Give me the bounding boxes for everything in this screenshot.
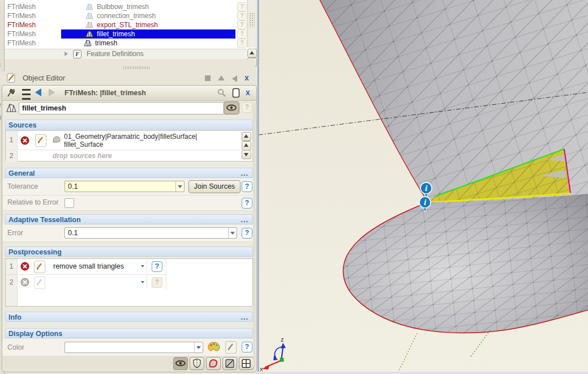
adaptive-tessellation-section-header[interactable]: Adaptive Tessellation ...: [5, 214, 253, 224]
object-editor-title: Object Editor: [23, 74, 65, 82]
help-button[interactable]: ?: [242, 181, 252, 192]
table-border: [166, 259, 166, 290]
help-button[interactable]: ?: [242, 198, 252, 209]
pushpin-icon[interactable]: [7, 88, 18, 98]
postprocessing-section-header[interactable]: Postprocessing: [5, 246, 253, 257]
help-button[interactable]: ?: [237, 11, 247, 20]
device-frame-icon[interactable]: [232, 88, 240, 98]
help-button[interactable]: ?: [242, 102, 252, 113]
color-label: Color: [7, 343, 24, 351]
edit-source-button[interactable]: [35, 134, 46, 147]
help-button[interactable]: ?: [237, 39, 247, 48]
row-index: 1: [6, 259, 17, 274]
help-button[interactable]: ?: [152, 277, 162, 288]
collapse-left-button[interactable]: [232, 75, 237, 82]
join-sources-button[interactable]: Join Sources: [188, 180, 241, 193]
close-button[interactable]: x: [244, 74, 251, 81]
tree-row-trimesh[interactable]: FTriMesh trimesh ?: [5, 39, 247, 48]
viewport-canvas[interactable]: i i x z: [257, 0, 588, 374]
edge-fragment: g: [0, 113, 1, 120]
source-row-2[interactable]: 2 drop sources here: [6, 150, 252, 162]
close-editor-button[interactable]: x: [246, 89, 250, 96]
3d-viewport[interactable]: i i x z: [257, 0, 588, 374]
search-icon[interactable]: [217, 88, 226, 97]
trimesh-icon: [85, 12, 93, 20]
tree-row-name: trimesh: [95, 39, 117, 48]
delete-icon-disabled[interactable]: [20, 278, 29, 287]
trimesh-icon: [84, 39, 92, 47]
trimesh-icon: [85, 21, 93, 29]
help-button[interactable]: ?: [237, 20, 247, 29]
section-more-button[interactable]: ...: [241, 215, 248, 225]
tree-row-fillet-selected[interactable]: FTriMesh fillet_trimesh ?: [5, 29, 247, 39]
panel-scrollbar[interactable]: [253, 103, 256, 368]
sources-section-header[interactable]: Sources: [5, 120, 253, 130]
error-input[interactable]: 0.1: [65, 227, 237, 239]
relative-to-error-checkbox[interactable]: [65, 198, 74, 208]
dropdown-arrow-icon[interactable]: [194, 342, 203, 352]
general-section-header[interactable]: General ...: [5, 168, 253, 178]
tree-row-feature-definitions[interactable]: F Feature Definitions: [5, 49, 247, 59]
viewport-left-border: [257, 0, 259, 374]
visibility-eye-button[interactable]: [224, 101, 239, 114]
help-button[interactable]: ?: [242, 342, 252, 352]
four-view-grid-button[interactable]: [239, 357, 254, 370]
z-axis-label: z: [281, 336, 284, 343]
tree-row-bulbbow[interactable]: FTriMesh Bulbbow_trimesh ?: [5, 2, 247, 11]
edit-step-button[interactable]: [34, 261, 45, 273]
expand-arrow-icon[interactable]: [65, 52, 68, 56]
move-up-button[interactable]: [242, 141, 251, 150]
tree-scrollbar[interactable]: [247, 0, 256, 48]
object-editor-panel: FTriMesh: |fillet_trimesh x ? Sources 1: [2, 85, 257, 372]
show-facets-diagonal-button[interactable]: [222, 357, 237, 370]
editor-toolbar: FTriMesh: |fillet_trimesh x: [2, 86, 256, 101]
display-toggle-bar: [3, 356, 256, 371]
panel-splitter[interactable]: [5, 59, 255, 71]
show-mesh-eye-button[interactable]: [173, 357, 188, 370]
name-input[interactable]: [19, 102, 225, 114]
y-axis-origin-dot: [280, 358, 284, 362]
palette-icon[interactable]: [208, 341, 220, 353]
eye-icon: [224, 102, 239, 114]
dropdown-arrow-icon[interactable]: [175, 181, 184, 192]
help-button[interactable]: ?: [152, 261, 162, 272]
tree-row-name: Feature Definitions: [87, 49, 144, 59]
tolerance-input[interactable]: 0.1: [65, 181, 184, 192]
forward-button[interactable]: [49, 88, 55, 96]
delete-icon[interactable]: [20, 262, 29, 271]
collapse-up-button[interactable]: [218, 75, 225, 80]
postprocess-step-dropdown[interactable]: remove small triangles: [50, 260, 147, 273]
scrollbar-grip[interactable]: [249, 12, 255, 27]
section-more-button[interactable]: ...: [241, 312, 248, 322]
edit-color-button[interactable]: [225, 341, 237, 354]
color-dropdown[interactable]: [65, 342, 203, 353]
tree-row-export-stl[interactable]: FTriMesh export_STL_trimesh ?: [5, 20, 247, 29]
menu-icon[interactable]: [22, 89, 31, 100]
display-options-section-header[interactable]: Display Options: [5, 328, 253, 338]
move-top-button[interactable]: [242, 132, 251, 141]
show-normals-shield-button[interactable]: [190, 357, 204, 370]
splitter-grip-icon: [123, 66, 149, 69]
section-more-button[interactable]: ...: [241, 168, 248, 178]
info-section-header[interactable]: Info ...: [5, 312, 253, 322]
object-tree: FTriMesh Bulbbow_trimesh ? FTriMesh conn…: [5, 0, 255, 59]
help-button[interactable]: ?: [242, 228, 252, 239]
dropdown-arrow-icon: [141, 281, 144, 283]
tree-row-name: Bulbbow_trimesh: [97, 2, 149, 11]
show-boundary-edges-button[interactable]: [206, 357, 221, 370]
help-button[interactable]: ?: [237, 2, 247, 11]
edit-step-button-disabled[interactable]: [34, 277, 45, 289]
tolerance-label: Tolerance: [7, 182, 38, 190]
source-reference[interactable]: 01_Geometry|Paramatric_body|filletSurfac…: [64, 133, 197, 148]
back-button[interactable]: [35, 88, 41, 96]
trimesh-icon: [6, 103, 17, 114]
tree-row-connection[interactable]: FTriMesh connection_trimesh ?: [5, 11, 247, 20]
help-button[interactable]: ?: [237, 29, 247, 39]
delete-icon[interactable]: [20, 136, 29, 145]
postprocess-row-2: ?: [17, 274, 166, 290]
scroll-up-button[interactable]: [247, 49, 257, 58]
dock-button[interactable]: [205, 75, 211, 81]
diagonal-square-icon: [223, 358, 237, 369]
dropdown-arrow-icon[interactable]: [228, 228, 237, 238]
postprocess-step-dropdown-empty[interactable]: [50, 275, 147, 289]
